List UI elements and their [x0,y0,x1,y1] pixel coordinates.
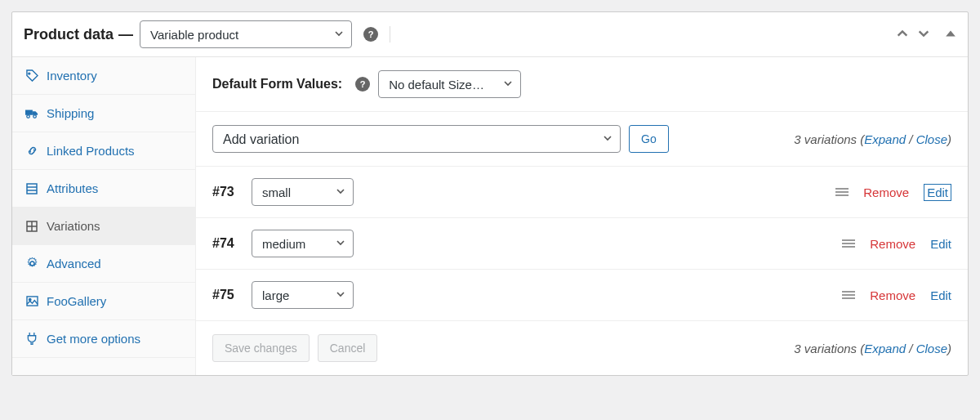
expand-link[interactable]: Expand [864,342,906,355]
variation-actions: RemoveEdit [842,237,951,251]
sidebar-item-label: FooGallery [47,294,106,308]
default-size-select-wrap: No default Size… [378,70,521,98]
save-button[interactable]: Save changes [212,334,310,362]
variation-action-row: Add variation Go 3 variations (Expand / … [196,112,968,167]
sidebar-item-label: Variations [47,219,100,233]
svg-rect-10 [27,297,38,306]
sidebar: Inventory Shipping Linked Products Attri… [12,57,196,375]
variation-attr-select-wrap: small [252,178,354,206]
header-controls [896,27,956,42]
header-divider [390,26,390,42]
content-area: Default Form Values: ? No default Size… … [196,57,968,375]
sidebar-item-attributes[interactable]: Attributes [12,170,195,208]
variation-actions: RemoveEdit [842,288,951,302]
sidebar-item-more[interactable]: Get more options [12,320,195,358]
sidebar-item-label: Advanced [47,257,101,270]
svg-rect-0 [25,109,33,114]
expand-link[interactable]: Expand [864,132,906,146]
svg-point-1 [27,114,30,118]
sidebar-item-advanced[interactable]: Advanced [12,245,195,283]
grid-icon [25,221,38,232]
sidebar-item-label: Linked Products [47,144,135,158]
variation-row: #73smallRemoveEdit [196,167,968,218]
summary-bottom: 3 variations (Expand / Close) [794,342,951,355]
help-icon[interactable]: ? [363,27,378,42]
variation-row: #75largeRemoveEdit [196,270,968,321]
sidebar-item-foogallery[interactable]: FooGallery [12,283,195,320]
drag-handle-icon[interactable] [835,185,849,199]
title-dash: — [118,26,133,43]
go-button[interactable]: Go [629,125,669,153]
list-icon [25,183,38,194]
sidebar-item-linked[interactable]: Linked Products [12,132,195,170]
variation-row: #74mediumRemoveEdit [196,218,968,270]
product-type-select-wrap: Variable product [140,20,352,48]
truck-icon [25,108,38,119]
remove-link[interactable]: Remove [870,288,915,302]
defaults-label: Default Form Values: [212,77,342,92]
footer-row: Save changes Cancel 3 variations (Expand… [196,321,968,375]
product-type-select[interactable]: Variable product [140,20,352,48]
link-icon [25,145,38,157]
panel-header: Product data — Variable product ? [12,12,968,57]
sidebar-item-label: Get more options [47,332,140,346]
svg-point-9 [30,261,34,266]
summary-top: 3 variations (Expand / Close) [794,132,951,146]
edit-link[interactable]: Edit [930,288,951,302]
variation-count: 3 variations [794,132,857,146]
product-data-panel: Product data — Variable product ? [11,11,969,376]
edit-link[interactable]: Edit [930,237,951,251]
move-up-icon[interactable] [896,27,909,42]
remove-link[interactable]: Remove [863,185,909,199]
svg-point-2 [33,114,37,118]
variation-actions: RemoveEdit [835,184,951,201]
help-icon[interactable]: ? [355,77,370,92]
remove-link[interactable]: Remove [870,237,915,251]
close-link[interactable]: Close [916,132,947,146]
panel-title: Product data — [24,26,133,43]
variation-attr-select[interactable]: large [252,281,354,309]
edit-link[interactable]: Edit [924,184,951,201]
sidebar-item-inventory[interactable]: Inventory [12,57,195,95]
close-link[interactable]: Close [916,342,947,355]
sidebar-item-label: Shipping [47,106,94,120]
variation-attr-select-wrap: medium [252,230,354,257]
drag-handle-icon[interactable] [842,288,855,302]
variation-action-select-wrap: Add variation [212,125,621,153]
gear-icon [25,257,38,270]
variation-attr-select[interactable]: medium [252,230,354,257]
move-down-icon[interactable] [917,27,930,42]
paren-close: ) [947,342,951,355]
defaults-row: Default Form Values: ? No default Size… [196,57,968,112]
tag-icon [25,69,38,82]
cancel-button[interactable]: Cancel [318,334,378,362]
variation-action-select[interactable]: Add variation [212,125,621,153]
variations-list: #73smallRemoveEdit#74mediumRemoveEdit#75… [196,167,968,321]
drag-handle-icon[interactable] [842,237,855,251]
sidebar-item-label: Inventory [47,69,97,83]
svg-rect-3 [27,184,37,194]
variation-attr-select-wrap: large [252,281,354,309]
plug-icon [25,333,38,345]
svg-point-11 [29,298,30,300]
sidebar-item-shipping[interactable]: Shipping [12,95,195,132]
collapse-icon[interactable] [945,28,956,42]
variation-attr-select[interactable]: small [252,178,354,206]
variation-count: 3 variations [794,342,857,355]
sidebar-item-variations[interactable]: Variations [12,208,195,245]
paren-close: ) [947,132,951,146]
default-size-select[interactable]: No default Size… [378,70,521,98]
image-icon [25,296,38,306]
variation-id: #75 [212,288,243,302]
variation-id: #73 [212,185,243,199]
sidebar-item-label: Attributes [47,181,98,195]
variation-id: #74 [212,236,243,251]
panel-body: Inventory Shipping Linked Products Attri… [12,57,968,375]
title-text: Product data [24,26,114,43]
